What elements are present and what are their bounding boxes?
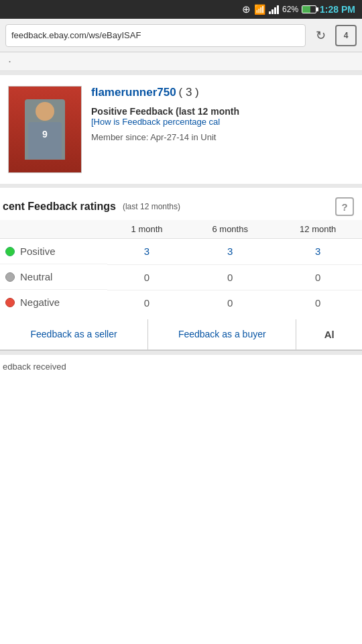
user-avatar: 9 <box>8 86 82 173</box>
positive-feedback-label: Positive Feedback (last 12 month <box>91 106 354 117</box>
tab-all[interactable]: Al <box>296 319 362 350</box>
negative-dot <box>5 298 15 307</box>
status-bar: ⊕ 📶 62% 1:28 PM <box>0 0 362 19</box>
positive-dot <box>5 247 15 256</box>
neutral-dot <box>5 272 15 282</box>
profile-username-row: flamerunner750 ( 3 ) <box>91 86 354 99</box>
table-row: Neutral 0 0 0 <box>0 264 362 290</box>
wifi-icon: 📶 <box>254 4 265 15</box>
ratings-title: cent Feedback ratings <box>3 201 116 213</box>
feedback-tabs: Feedback as a seller Feedback as a buyer… <box>0 319 362 351</box>
table-row: Positive 3 3 3 <box>0 239 362 265</box>
battery-icon <box>302 5 316 13</box>
neutral-label: Neutral <box>20 271 52 282</box>
url-field[interactable]: feedback.ebay.com/ws/eBayISAF <box>5 24 306 47</box>
feedback-calc-link[interactable]: [How is Feedback percentage cal <box>91 117 354 127</box>
battery-percentage: 62% <box>282 5 298 14</box>
tab-feedback-buyer[interactable]: Feedback as a buyer <box>148 319 296 350</box>
ratings-section: cent Feedback ratings (last 12 months) ?… <box>0 188 362 355</box>
positive-label-cell: Positive <box>0 239 107 264</box>
tab-count-button[interactable]: 4 <box>335 25 357 46</box>
neutral-label-cell: Neutral <box>0 264 107 290</box>
positive-label: Positive <box>20 246 56 257</box>
positive-12months: 3 <box>274 239 362 265</box>
tab-feedback-seller[interactable]: Feedback as a seller <box>0 319 148 350</box>
url-text: feedback.ebay.com/ws/eBayISAF <box>11 30 141 40</box>
ratings-subtitle: (last 12 months) <box>123 202 180 211</box>
negative-12months: 0 <box>274 290 362 315</box>
col-header-6months: 6 months <box>186 220 274 239</box>
username[interactable]: flamerunner750 <box>91 86 176 99</box>
col-header-12months: 12 month <box>274 220 362 239</box>
negative-1month: 0 <box>107 290 186 315</box>
help-button[interactable]: ? <box>335 197 354 216</box>
member-since: Member since: Apr-27-14 in Unit <box>91 132 354 142</box>
positive-6months: 3 <box>186 239 274 265</box>
signal-icon <box>269 5 279 14</box>
neutral-6months: 0 <box>186 264 274 290</box>
negative-6months: 0 <box>186 290 274 315</box>
address-bar: feedback.ebay.com/ws/eBayISAF ↻ 4 <box>0 19 362 52</box>
col-header-1month: 1 month <box>107 220 186 239</box>
col-header-label <box>0 220 107 239</box>
top-nav-hint: · <box>0 52 362 71</box>
footer-received-label: edback received <box>0 355 362 376</box>
nav-dot: · <box>8 54 11 68</box>
feedback-count: ( 3 ) <box>179 86 199 99</box>
negative-label: Negative <box>20 297 60 308</box>
reload-button[interactable]: ↻ <box>311 26 330 45</box>
profile-info: flamerunner750 ( 3 ) Positive Feedback (… <box>91 86 354 142</box>
negative-label-cell: Negative <box>0 290 107 315</box>
ratings-header: cent Feedback ratings (last 12 months) ? <box>0 188 362 220</box>
neutral-12months: 0 <box>274 264 362 290</box>
clock[interactable]: 1:28 PM <box>320 4 355 15</box>
location-icon: ⊕ <box>242 3 251 15</box>
positive-1month: 3 <box>107 239 186 265</box>
profile-section: 9 flamerunner750 ( 3 ) Positive Feedback… <box>0 75 362 188</box>
neutral-1month: 0 <box>107 264 186 290</box>
table-row: Negative 0 0 0 <box>0 290 362 315</box>
ratings-table: 1 month 6 months 12 month Positive 3 3 3 <box>0 220 362 315</box>
status-icons: ⊕ 📶 62% 1:28 PM <box>242 3 355 15</box>
